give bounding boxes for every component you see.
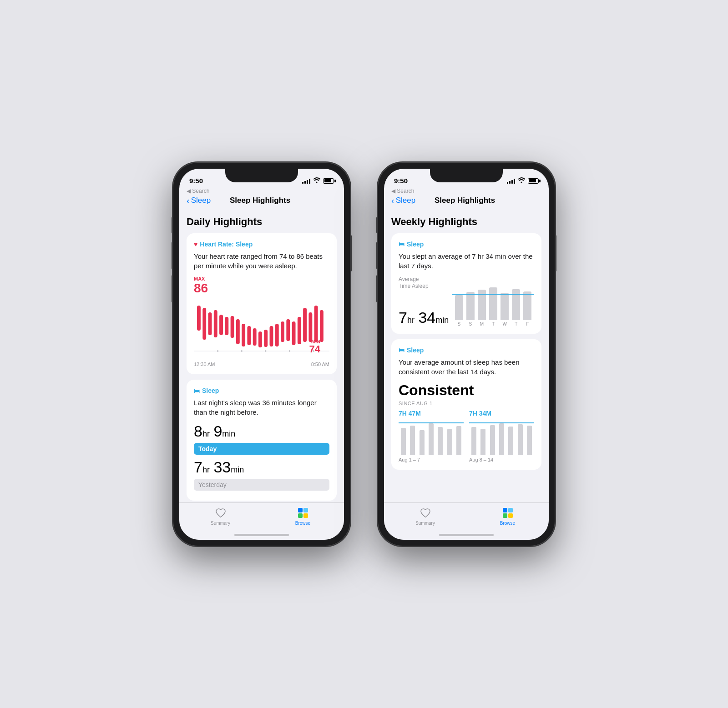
avg-min: 34 <box>418 309 435 326</box>
weekly-sleep-header: 🛏 Sleep <box>399 241 534 248</box>
period1-bars <box>399 419 464 455</box>
hr-max-stats: MAX 86 <box>194 276 329 296</box>
browse-icon-1 <box>297 507 309 519</box>
bar-col-f: F <box>523 291 531 326</box>
period1-line <box>399 422 464 423</box>
period1-chart: 7H 47M Aug 1 – 7 <box>399 410 464 462</box>
summary-tab-label-1: Summary <box>211 521 230 526</box>
tab-browse-2[interactable]: Browse <box>466 507 549 526</box>
bar-f <box>523 291 531 320</box>
svg-rect-12 <box>264 330 268 347</box>
heart-rate-header: ♥ Heart Rate: Sleep <box>194 241 329 248</box>
bar-w <box>500 293 509 320</box>
svg-point-25 <box>241 350 243 352</box>
volume-up-button-2 <box>376 242 378 269</box>
bar-col-s1: S <box>455 295 463 326</box>
bar-col-t1: T <box>489 287 497 326</box>
home-indicator-2 <box>439 534 494 536</box>
avg-hr: 7 <box>399 309 407 326</box>
sleep-duration-today: 8hr 9min <box>194 422 329 440</box>
svg-rect-3 <box>214 310 217 337</box>
yesterday-bar: Yesterday <box>194 479 329 491</box>
svg-rect-20 <box>308 312 312 342</box>
phone-screen-2: 9:50 ◀ Search ‹ S <box>384 169 549 540</box>
two-col-charts: 7H 47M Aug 1 – 7 <box>399 410 534 462</box>
tab-summary-1[interactable]: Summary <box>179 507 262 526</box>
svg-rect-7 <box>236 319 240 344</box>
svg-rect-2 <box>208 312 212 335</box>
weekly-sleep-card: 🛏 Sleep You slept an average of 7 hr 34 … <box>391 233 541 334</box>
browse-tab-label-1: Browse <box>295 521 310 526</box>
volume-down-button <box>172 275 173 302</box>
svg-rect-18 <box>298 317 301 344</box>
sleep-header-1: 🛏 Sleep <box>194 387 329 394</box>
period1-date: Aug 1 – 7 <box>399 457 464 462</box>
avg-line <box>452 294 534 295</box>
wifi-icon-1 <box>313 177 320 184</box>
signal-icon-2 <box>507 178 515 184</box>
summary-tab-label-2: Summary <box>415 521 435 526</box>
svg-point-26 <box>265 350 267 352</box>
heart-icon: ♥ <box>194 241 197 248</box>
browse-icon-2 <box>501 507 514 519</box>
location-label-2: ◀ Search <box>384 188 549 194</box>
period2-bars <box>469 419 534 455</box>
chart-time-end: 8:50 AM <box>311 362 329 367</box>
hr-chart: MIN 74 <box>194 299 329 358</box>
volume-down-button-2 <box>376 275 378 302</box>
svg-rect-22 <box>320 310 324 342</box>
svg-rect-14 <box>275 324 279 346</box>
tab-bar-2: Summary Browse <box>384 502 549 540</box>
svg-rect-10 <box>253 328 257 346</box>
consistent-card: 🛏 Sleep Your average amount of sleep has… <box>391 339 541 470</box>
signal-icon-1 <box>302 178 310 184</box>
since-label: SINCE AUG 1 <box>399 401 534 406</box>
volume-up-button <box>172 242 173 269</box>
svg-rect-17 <box>292 321 296 345</box>
scroll-content-2[interactable]: Weekly Highlights 🛏 Sleep You slept an a… <box>384 209 549 511</box>
period1-avg: 7H 47M <box>399 410 464 417</box>
bar-col-w: W <box>500 293 509 326</box>
svg-rect-15 <box>281 321 284 342</box>
svg-rect-8 <box>242 324 245 346</box>
notch-1 <box>225 169 298 182</box>
home-indicator-1 <box>234 534 289 536</box>
heart-rate-card: ♥ Heart Rate: Sleep Your heart rate rang… <box>187 233 337 375</box>
today-min: 9 <box>213 422 222 440</box>
consistent-label: Consistent <box>399 382 534 399</box>
bar-col-t2: T <box>512 289 520 326</box>
chart-time-row: 12:30 AM 8:50 AM <box>194 362 329 367</box>
sleep-icon-3: 🛏 <box>399 346 404 353</box>
tab-summary-2[interactable]: Summary <box>384 507 466 526</box>
bar-s2 <box>466 292 475 320</box>
sleep-card-1: 🛏 Sleep Last night's sleep was 36 minute… <box>187 380 337 501</box>
yesterday-label: Yesterday <box>198 481 227 488</box>
tab-browse-1[interactable]: Browse <box>262 507 344 526</box>
consistent-sleep-header: 🛏 Sleep <box>399 346 534 354</box>
mute-button <box>172 217 173 233</box>
svg-rect-6 <box>231 316 234 338</box>
status-icons-2 <box>507 177 539 184</box>
summary-icon-2 <box>419 507 432 519</box>
svg-point-24 <box>217 350 219 352</box>
power-button-2 <box>555 235 556 271</box>
status-icons-1 <box>302 177 334 184</box>
svg-rect-5 <box>225 317 228 335</box>
scroll-content-1[interactable]: Daily Highlights ♥ Heart Rate: Sleep You… <box>179 209 344 511</box>
chart-time-start: 12:30 AM <box>194 362 215 367</box>
svg-rect-9 <box>247 326 251 345</box>
power-button <box>350 235 352 271</box>
battery-icon-2 <box>528 178 539 184</box>
avg-value-display: 7hr 34min <box>399 309 449 326</box>
consistent-text: Your average amount of sleep has been co… <box>399 357 534 377</box>
mute-button-2 <box>376 217 378 233</box>
yesterday-hr: 7 <box>194 458 202 476</box>
nav-title-2: Sleep Highlights <box>388 196 541 205</box>
today-bar: Today <box>194 443 329 455</box>
period2-avg: 7H 34M <box>469 410 534 417</box>
svg-rect-19 <box>303 308 307 342</box>
hr-max-label: MAX <box>194 276 205 281</box>
phone-1: 9:50 ◀ Search ‹ S <box>173 162 350 546</box>
location-label-1: ◀ Search <box>179 188 344 194</box>
bar-col-m: M <box>478 290 486 326</box>
